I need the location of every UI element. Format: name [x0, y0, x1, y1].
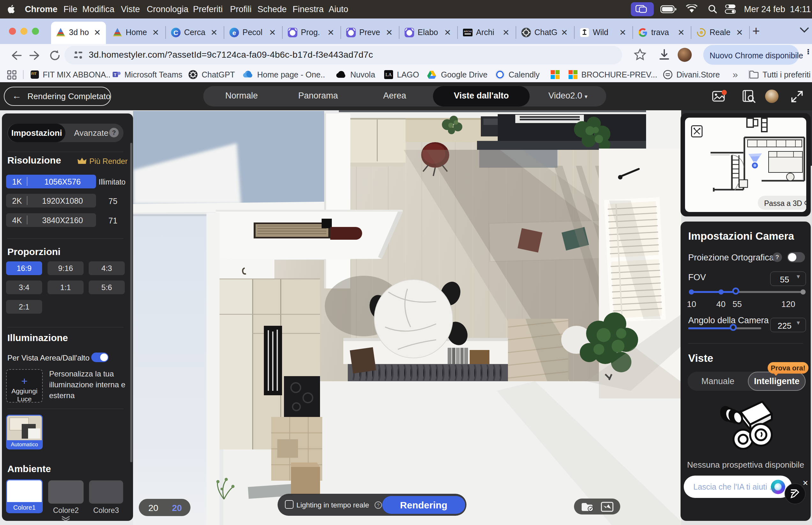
svg-text:e: e — [232, 29, 236, 36]
svg-text:C: C — [173, 29, 178, 36]
svg-text:T: T — [114, 72, 116, 77]
svg-text:ARCHI: ARCHI — [464, 30, 472, 33]
